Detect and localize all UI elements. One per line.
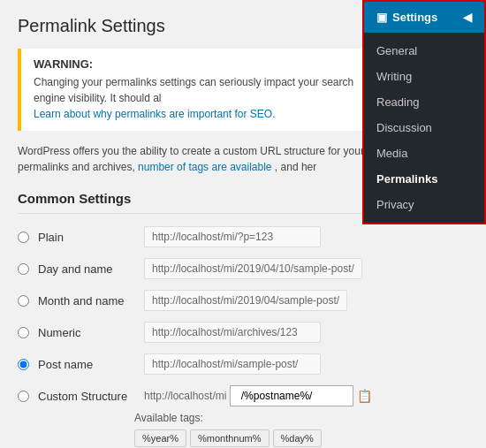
label-custom[interactable]: Custom Structure [38,390,144,403]
warning-text: Changing your permalinks settings can se… [34,74,360,122]
url-post-name: http://localhost/mi/sample-post/ [144,353,321,375]
warning-box: WARNING: Changing your permalinks settin… [18,49,372,131]
tags-row-1: %year% %monthnum% %day% %hour% %minute% … [134,429,372,448]
label-plain[interactable]: Plain [38,231,144,244]
url-month-name: http://localhost/mi/2019/04/sample-post/ [144,290,347,311]
radio-month-name[interactable] [18,295,29,307]
sidebar-item-general[interactable]: General [364,38,484,64]
common-settings-title: Common Settings [18,191,372,214]
sidebar-header-label: Settings [392,11,463,24]
option-post-name: Post name http://localhost/mi/sample-pos… [18,353,372,375]
sidebar-item-reading[interactable]: Reading [364,89,484,115]
sidebar-nav: General Writing Reading Discussion Media… [364,33,484,223]
arrow-icon: ◀ [463,11,472,24]
sidebar-link-permalinks[interactable]: Permalinks [364,166,484,192]
label-post-name[interactable]: Post name [38,358,144,371]
sidebar-header: ▣ Settings ◀ [364,2,484,33]
permalink-options-list: Plain http://localhost/mi/?p=123 Day and… [18,226,372,448]
page-layout: Permalink Settings WARNING: Changing you… [0,0,486,448]
radio-numeric[interactable] [18,327,29,338]
option-day-name: Day and name http://localhost/mi/2019/04… [18,258,372,279]
custom-url-prefix: http://localhost/mi [144,390,226,402]
label-month-name[interactable]: Month and name [38,294,144,308]
option-month-name: Month and name http://localhost/mi/2019/… [18,290,372,311]
sidebar-item-writing[interactable]: Writing [364,64,484,89]
label-day-name[interactable]: Day and name [38,262,144,276]
intro-text: WordPress offers you the ability to crea… [18,143,372,175]
sidebar-link-privacy[interactable]: Privacy [364,192,484,217]
sidebar-item-media[interactable]: Media [364,140,484,166]
sidebar-item-permalinks[interactable]: Permalinks [364,166,484,192]
radio-day-name[interactable] [18,263,29,275]
radio-plain[interactable] [18,232,29,243]
url-plain: http://localhost/mi/?p=123 [144,226,321,247]
sidebar-link-media[interactable]: Media [364,140,484,166]
option-plain: Plain http://localhost/mi/?p=123 [18,226,372,247]
intro-tags-link[interactable]: number of tags are available [138,161,271,173]
copy-icon[interactable]: 📋 [357,389,372,403]
option-custom: Custom Structure http://localhost/mi 📋 A… [18,385,372,448]
available-tags-label: Available tags: [134,412,203,424]
sidebar: ▣ Settings ◀ General Writing Reading Dis… [362,0,486,224]
settings-icon: ▣ [376,11,387,24]
tag-year[interactable]: %year% [134,429,186,447]
sidebar-link-writing[interactable]: Writing [364,64,484,89]
warning-link[interactable]: Learn about why permalinks are important… [34,108,275,120]
label-numeric[interactable]: Numeric [38,326,144,339]
radio-custom[interactable] [18,391,29,402]
sidebar-link-reading[interactable]: Reading [364,89,484,115]
sidebar-item-privacy[interactable]: Privacy [364,192,484,217]
custom-url-input[interactable] [230,385,353,406]
tag-day[interactable]: %day% [273,429,322,447]
sidebar-link-general[interactable]: General [364,38,484,64]
page-title: Permalink Settings [18,16,372,36]
sidebar-link-discussion[interactable]: Discussion [364,115,484,140]
sidebar-item-discussion[interactable]: Discussion [364,115,484,140]
option-numeric: Numeric http://localhost/mi/archives/123 [18,322,372,343]
warning-label: WARNING: [34,57,360,71]
url-numeric: http://localhost/mi/archives/123 [144,322,321,343]
tag-monthnum[interactable]: %monthnum% [190,429,270,447]
radio-post-name[interactable] [18,359,29,370]
url-day-name: http://localhost/mi/2019/04/10/sample-po… [144,258,362,279]
